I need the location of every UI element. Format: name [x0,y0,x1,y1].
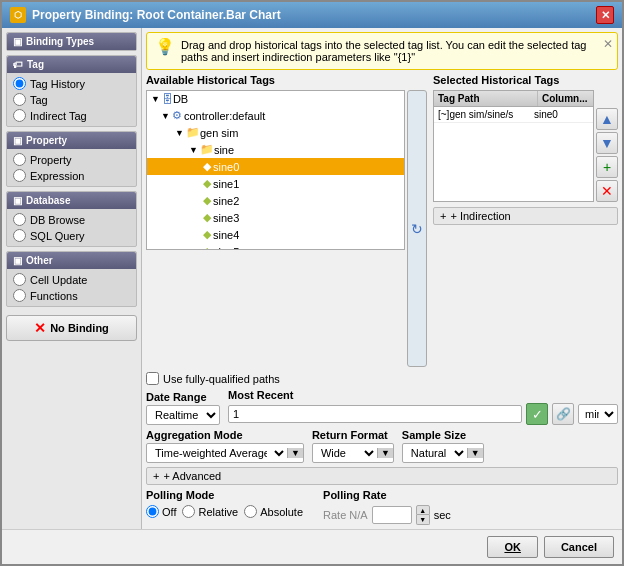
cancel-button[interactable]: Cancel [544,536,614,558]
db-browse-option[interactable]: DB Browse [13,213,130,226]
available-tags-tree[interactable]: ▼ 🗄 DB ▼ ⚙ controller:default [146,90,405,250]
link-button[interactable]: 🔗 [552,403,574,425]
indirect-tag-radio[interactable] [13,109,26,122]
aggregation-select[interactable]: Time-weighted Average Average Min Max [147,444,287,462]
polling-mode-group: Polling Mode Off Relative Absolute [146,489,303,518]
most-recent-label: Most Recent [228,389,618,401]
tree-label-controller: controller:default [184,110,265,122]
return-format-select[interactable]: Wide Narrow [313,444,377,462]
add-button[interactable]: + [596,156,618,178]
functions-radio[interactable] [13,289,26,302]
tree-item-sine0[interactable]: ◆ sine0 [147,158,404,175]
tree-label-sine: sine [214,144,234,156]
delete-button[interactable]: ✕ [596,180,618,202]
sine5-icon: ◆ [203,245,211,250]
qualify-label: Use fully-qualified paths [163,373,280,385]
ok-button[interactable]: OK [487,536,538,558]
tree-item-sine2[interactable]: ◆ sine2 [147,192,404,209]
unit-select[interactable]: min sec hour day [578,404,618,424]
database-section-header: ▣ Database [7,192,136,209]
polling-mode-label: Polling Mode [146,489,303,501]
sine4-icon: ◆ [203,228,211,241]
info-close-button[interactable]: ✕ [603,37,613,51]
indirection-row[interactable]: + + Indirection [433,207,618,225]
return-format-arrow[interactable]: ▼ [377,448,393,458]
sql-query-label: SQL Query [30,230,85,242]
tag-radio[interactable] [13,93,26,106]
db-browse-radio[interactable] [13,213,26,226]
tag-option[interactable]: Tag [13,93,130,106]
confirm-button[interactable]: ✓ [526,403,548,425]
sql-query-option[interactable]: SQL Query [13,229,130,242]
tree-item-sine4[interactable]: ◆ sine4 [147,226,404,243]
tree-label-sine5: sine5 [213,246,239,251]
info-icon: 💡 [155,39,175,55]
polling-rate-label: Polling Rate [323,489,451,501]
polling-absolute-option[interactable]: Absolute [244,505,303,518]
sample-size-arrow[interactable]: ▼ [467,448,483,458]
polling-off-radio[interactable] [146,505,159,518]
tree-item-sine1[interactable]: ◆ sine1 [147,175,404,192]
sine-folder-icon: 📁 [200,143,214,156]
polling-section: Polling Mode Off Relative Absolute [146,489,618,525]
rate-na-text: Rate N/A [323,509,368,521]
close-button[interactable]: ✕ [596,6,614,24]
tree-item-controller[interactable]: ▼ ⚙ controller:default [147,107,404,124]
tag-history-option[interactable]: Tag History [13,77,130,90]
date-range-select[interactable]: Realtime Fixed Rolling [147,406,219,424]
table-row[interactable]: [~]gen sim/sine/s sine0 [434,107,593,123]
cell-update-radio[interactable] [13,273,26,286]
tags-section: Available Historical Tags ▼ 🗄 DB [146,74,618,385]
rate-unit: sec [434,509,451,521]
property-radio[interactable] [13,153,26,166]
database-section: ▣ Database DB Browse SQL Query [6,191,137,247]
sql-query-radio[interactable] [13,229,26,242]
other-icon: ▣ [13,255,22,266]
property-option[interactable]: Property [13,153,130,166]
qualify-checkbox[interactable] [146,372,159,385]
tree-item-sine3[interactable]: ◆ sine3 [147,209,404,226]
expression-option[interactable]: Expression [13,169,130,182]
functions-option[interactable]: Functions [13,289,130,302]
cell-update-option[interactable]: Cell Update [13,273,130,286]
tree-item-db[interactable]: ▼ 🗄 DB [147,91,404,107]
no-binding-icon: ✕ [34,320,46,336]
tree-item-sine5[interactable]: ◆ sine5 [147,243,404,250]
polling-relative-option[interactable]: Relative [182,505,238,518]
indirect-tag-option[interactable]: Indirect Tag [13,109,130,122]
rate-down-spinner[interactable]: ▼ [416,515,430,525]
polling-absolute-radio[interactable] [244,505,257,518]
tree-item-sine[interactable]: ▼ 📁 sine [147,141,404,158]
dialog: ⬡ Property Binding: Root Container.Bar C… [0,0,624,566]
return-format-label: Return Format [312,429,394,441]
advanced-row[interactable]: + + Advanced [146,467,618,485]
db-icon: 🗄 [162,93,173,105]
most-recent-input[interactable] [228,405,522,423]
rate-up-spinner[interactable]: ▲ [416,505,430,515]
tag-label2: Tag [30,94,48,106]
tree-item-gensim[interactable]: ▼ 📁 gen sim [147,124,404,141]
aggregation-arrow[interactable]: ▼ [287,448,303,458]
database-icon: ▣ [13,195,22,206]
database-label: Database [26,195,70,206]
move-up-button[interactable]: ▲ [596,108,618,130]
binding-types-section: ▣ Binding Types [6,32,137,51]
no-binding-button[interactable]: ✕ No Binding [6,315,137,341]
polling-off-option[interactable]: Off [146,505,176,518]
main-content: ▣ Binding Types 🏷 Tag Tag History [2,28,622,529]
polling-relative-radio[interactable] [182,505,195,518]
table-header: Tag Path Column... [434,91,593,107]
sample-size-select[interactable]: Natural Fixed [403,444,467,462]
sine1-icon: ◆ [203,177,211,190]
tag-history-label: Tag History [30,78,85,90]
property-section-body: Property Expression [7,149,136,186]
side-buttons: ▲ ▼ + ✕ [596,90,618,202]
date-range-label: Date Range [146,391,220,403]
expression-radio[interactable] [13,169,26,182]
tree-nav-button[interactable]: ↻ [407,90,427,367]
info-banner: 💡 Drag and drop historical tags into the… [146,32,618,70]
rate-input[interactable] [372,506,412,524]
other-section: ▣ Other Cell Update Functions [6,251,137,307]
tag-history-radio[interactable] [13,77,26,90]
move-down-button[interactable]: ▼ [596,132,618,154]
